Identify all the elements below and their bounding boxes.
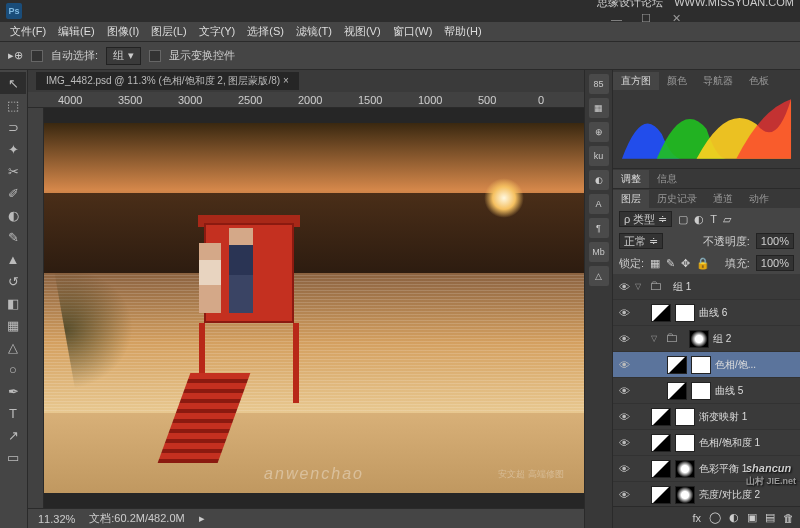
lasso-tool[interactable]: ⊃: [0, 116, 26, 138]
tab-navigator[interactable]: 导航器: [695, 72, 741, 90]
menu-image[interactable]: 图像(I): [101, 24, 145, 39]
move-tool[interactable]: ↖: [0, 72, 26, 94]
showtransform-checkbox[interactable]: [149, 50, 161, 62]
filter-icon[interactable]: ▢: [678, 213, 688, 226]
layer-mask[interactable]: [675, 434, 695, 452]
menu-help[interactable]: 帮助(H): [438, 24, 487, 39]
new-layer-button[interactable]: ▤: [765, 511, 775, 524]
dock-icon[interactable]: 85: [589, 74, 609, 94]
layer-thumb[interactable]: [667, 356, 687, 374]
layer-thumb[interactable]: [667, 382, 687, 400]
dock-icon[interactable]: A: [589, 194, 609, 214]
visibility-icon[interactable]: 👁: [617, 488, 631, 502]
filter-icon[interactable]: ▱: [723, 213, 731, 226]
tab-channels[interactable]: 通道: [705, 190, 741, 208]
tab-actions[interactable]: 动作: [741, 190, 777, 208]
tab-info[interactable]: 信息: [649, 170, 685, 188]
blur-tool[interactable]: △: [0, 336, 26, 358]
layer-mask[interactable]: [691, 382, 711, 400]
shape-tool[interactable]: ▭: [0, 446, 26, 468]
tab-histogram[interactable]: 直方图: [613, 72, 659, 90]
heal-tool[interactable]: ◐: [0, 204, 26, 226]
tab-swatches[interactable]: 色板: [741, 72, 777, 90]
layer-thumb[interactable]: [651, 304, 671, 322]
menu-window[interactable]: 窗口(W): [387, 24, 439, 39]
visibility-icon[interactable]: 👁: [617, 280, 631, 294]
layer-row[interactable]: 👁曲线 6: [613, 300, 800, 326]
layer-mask[interactable]: [675, 408, 695, 426]
layer-row[interactable]: 👁▽🗀组 2: [613, 326, 800, 352]
blend-mode[interactable]: 正常≑: [619, 233, 663, 249]
dock-icon[interactable]: ◐: [589, 170, 609, 190]
layer-row[interactable]: 👁曲线 5: [613, 378, 800, 404]
history-brush-tool[interactable]: ↺: [0, 270, 26, 292]
dock-icon[interactable]: Mb: [589, 242, 609, 262]
lock-icon[interactable]: ✥: [681, 257, 690, 270]
layer-mask[interactable]: [691, 356, 711, 374]
fill-value[interactable]: 100%: [756, 255, 794, 271]
marquee-tool[interactable]: ⬚: [0, 94, 26, 116]
mask-button[interactable]: ◯: [709, 511, 721, 524]
wand-tool[interactable]: ✦: [0, 138, 26, 160]
layer-mask[interactable]: [675, 304, 695, 322]
dock-icon[interactable]: ku: [589, 146, 609, 166]
menu-type[interactable]: 文字(Y): [193, 24, 242, 39]
menu-view[interactable]: 视图(V): [338, 24, 387, 39]
dodge-tool[interactable]: ○: [0, 358, 26, 380]
delete-button[interactable]: 🗑: [783, 512, 794, 524]
filter-icon[interactable]: ◐: [694, 213, 704, 226]
lock-icon[interactable]: ▦: [650, 257, 660, 270]
menu-select[interactable]: 选择(S): [241, 24, 290, 39]
stamp-tool[interactable]: ▲: [0, 248, 26, 270]
document-tab[interactable]: IMG_4482.psd @ 11.3% (色相/饱和度 2, 图层蒙版/8) …: [36, 72, 299, 90]
layer-row[interactable]: 👁渐变映射 1: [613, 404, 800, 430]
menu-file[interactable]: 文件(F): [4, 24, 52, 39]
canvas[interactable]: anwenchao 安文超 高端修图: [44, 108, 584, 508]
pen-tool[interactable]: ✒: [0, 380, 26, 402]
dock-icon[interactable]: ¶: [589, 218, 609, 238]
path-tool[interactable]: ↗: [0, 424, 26, 446]
layer-mask[interactable]: [689, 330, 709, 348]
layer-row[interactable]: 👁色相/饱...: [613, 352, 800, 378]
disclosure-icon[interactable]: ▽: [635, 282, 645, 291]
eyedropper-tool[interactable]: ✐: [0, 182, 26, 204]
layer-row[interactable]: 👁色相/饱和度 1: [613, 430, 800, 456]
layer-thumb[interactable]: [651, 486, 671, 504]
menu-layer[interactable]: 图层(L): [145, 24, 192, 39]
dock-icon[interactable]: ▦: [589, 98, 609, 118]
layer-thumb[interactable]: [651, 460, 671, 478]
layer-thumb[interactable]: [651, 408, 671, 426]
gradient-tool[interactable]: ▦: [0, 314, 26, 336]
visibility-icon[interactable]: 👁: [617, 358, 631, 372]
visibility-icon[interactable]: 👁: [617, 410, 631, 424]
layer-row[interactable]: 👁▽🗀组 1: [613, 274, 800, 300]
layer-filter[interactable]: ρ 类型≑: [619, 211, 672, 227]
adjustment-button[interactable]: ◐: [729, 511, 739, 524]
visibility-icon[interactable]: 👁: [617, 384, 631, 398]
lock-icon[interactable]: 🔒: [696, 257, 710, 270]
disclosure-icon[interactable]: ▽: [651, 334, 661, 343]
tab-history[interactable]: 历史记录: [649, 190, 705, 208]
group-button[interactable]: ▣: [747, 511, 757, 524]
autoselect-dropdown[interactable]: 组▾: [106, 47, 141, 65]
dock-icon[interactable]: △: [589, 266, 609, 286]
fx-button[interactable]: fx: [692, 512, 701, 524]
type-tool[interactable]: T: [0, 402, 26, 424]
tab-layers[interactable]: 图层: [613, 190, 649, 208]
visibility-icon[interactable]: 👁: [617, 306, 631, 320]
tab-color[interactable]: 颜色: [659, 72, 695, 90]
tab-adjustments[interactable]: 调整: [613, 170, 649, 188]
brush-tool[interactable]: ✎: [0, 226, 26, 248]
zoom-level[interactable]: 11.32%: [38, 513, 75, 525]
layer-mask[interactable]: [675, 460, 695, 478]
dock-icon[interactable]: ⊕: [589, 122, 609, 142]
visibility-icon[interactable]: 👁: [617, 332, 631, 346]
autoselect-checkbox[interactable]: [31, 50, 43, 62]
layer-mask[interactable]: [675, 486, 695, 504]
layer-thumb[interactable]: [651, 434, 671, 452]
filter-icon[interactable]: T: [710, 213, 717, 225]
menu-edit[interactable]: 编辑(E): [52, 24, 101, 39]
opacity-value[interactable]: 100%: [756, 233, 794, 249]
menu-filter[interactable]: 滤镜(T): [290, 24, 338, 39]
crop-tool[interactable]: ✂: [0, 160, 26, 182]
